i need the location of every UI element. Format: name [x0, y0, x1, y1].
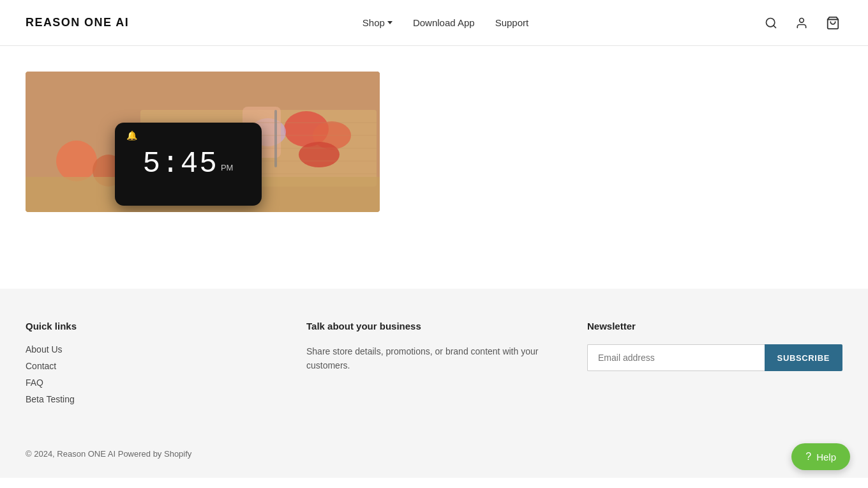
main-content: 🔔 5:45 PM: [0, 46, 868, 289]
faq-link[interactable]: FAQ: [26, 377, 43, 388]
contact-link[interactable]: Contact: [26, 361, 56, 371]
newsletter-heading: Newsletter: [587, 321, 842, 332]
product-image-container: 🔔 5:45 PM: [26, 72, 380, 212]
help-button[interactable]: ? Help: [791, 443, 850, 470]
footer-bottom: © 2024, Reason ONE AI Powered by Shopify: [26, 436, 842, 459]
nav-shop-label: Shop: [363, 17, 385, 28]
business-heading: Talk about your business: [306, 321, 562, 332]
brand-logo[interactable]: REASON ONE AI: [26, 16, 129, 29]
product-image: 🔔 5:45 PM: [26, 72, 380, 212]
copyright-text: © 2024, Reason ONE AI Powered by Shopify: [26, 449, 191, 459]
subscribe-button[interactable]: SUBSCRIBE: [765, 344, 842, 371]
svg-rect-11: [274, 110, 277, 167]
clock-period: PM: [221, 163, 234, 172]
clock-time-display: 5:45: [143, 149, 218, 179]
site-footer: Quick links About Us Contact FAQ Beta Te…: [0, 289, 868, 478]
bell-icon: 🔔: [126, 130, 137, 141]
quick-links-heading: Quick links: [26, 321, 281, 332]
header-icons: [762, 13, 842, 33]
main-nav: Shop Download App Support: [363, 17, 528, 28]
search-icon: [765, 17, 777, 29]
quick-links-list: About Us Contact FAQ Beta Testing: [26, 344, 281, 404]
person-icon: [795, 17, 808, 29]
footer-newsletter: Newsletter SUBSCRIBE: [587, 321, 842, 404]
about-us-link[interactable]: About Us: [26, 344, 63, 355]
svg-point-2: [800, 18, 804, 22]
login-button[interactable]: [793, 14, 811, 32]
svg-point-17: [56, 141, 97, 181]
beta-testing-link[interactable]: Beta Testing: [26, 394, 75, 404]
svg-point-8: [299, 142, 340, 167]
chevron-down-icon: [387, 21, 393, 24]
svg-line-1: [774, 25, 776, 27]
help-label: Help: [816, 452, 836, 462]
site-header: REASON ONE AI Shop Download App Support: [0, 0, 868, 46]
search-button[interactable]: [762, 14, 780, 32]
list-item: About Us: [26, 344, 281, 355]
help-icon: ?: [805, 451, 811, 462]
footer-grid: Quick links About Us Contact FAQ Beta Te…: [26, 321, 842, 404]
cart-button[interactable]: [823, 13, 842, 33]
clock-device: 🔔 5:45 PM: [115, 123, 262, 206]
list-item: FAQ: [26, 377, 281, 388]
list-item: Contact: [26, 361, 281, 371]
nav-support[interactable]: Support: [495, 17, 529, 28]
footer-business: Talk about your business Share store det…: [306, 321, 562, 404]
nav-download[interactable]: Download App: [413, 17, 475, 28]
email-input[interactable]: [587, 344, 765, 371]
business-description: Share store details, promotions, or bran…: [306, 344, 562, 373]
cart-icon: [826, 16, 840, 30]
footer-quick-links: Quick links About Us Contact FAQ Beta Te…: [26, 321, 281, 404]
list-item: Beta Testing: [26, 394, 281, 404]
nav-shop[interactable]: Shop: [363, 17, 393, 28]
newsletter-form: SUBSCRIBE: [587, 344, 842, 371]
